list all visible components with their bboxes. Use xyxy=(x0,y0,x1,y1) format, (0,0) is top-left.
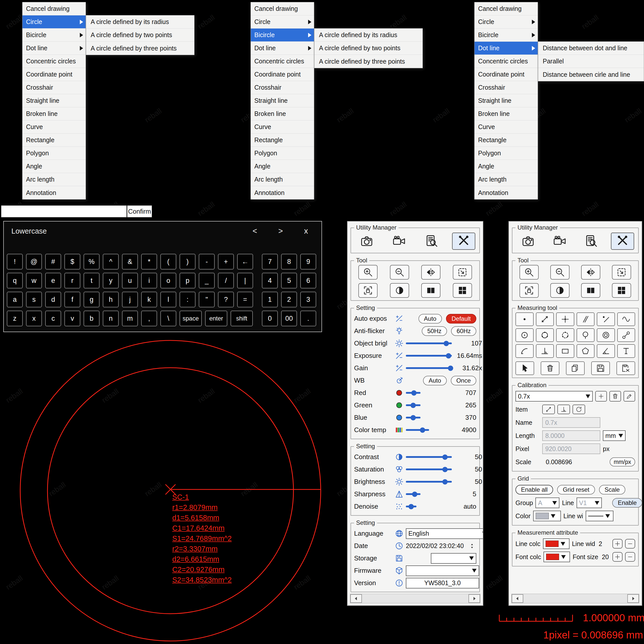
auto-expos-auto-button[interactable]: Auto xyxy=(418,314,442,324)
calibration-item-vertical-button[interactable] xyxy=(557,405,570,414)
key-k[interactable]: k xyxy=(141,292,157,307)
zoom-out-button[interactable] xyxy=(550,265,569,280)
key-a[interactable]: a xyxy=(7,292,23,307)
key-g[interactable]: g xyxy=(84,292,100,307)
key-sym[interactable]: . xyxy=(300,311,316,326)
menu-item-crosshair[interactable]: Crosshair xyxy=(251,81,314,94)
scroll-right-button[interactable] xyxy=(468,594,480,603)
split-4-button[interactable] xyxy=(612,283,631,298)
invert-button[interactable] xyxy=(550,283,569,298)
key-q[interactable]: q xyxy=(7,273,23,288)
key-s[interactable]: s xyxy=(26,292,42,307)
menu-item-broken-line[interactable]: Broken line xyxy=(22,107,86,120)
key-f[interactable]: f xyxy=(64,292,80,307)
anti-flicker-50hz-button[interactable]: 50Hz xyxy=(422,326,447,336)
menu-item-bicircle[interactable]: Bicircle xyxy=(22,29,86,42)
submenu-item-distance-between-dot-and-line[interactable]: Distance between dot and line xyxy=(538,42,644,55)
curve-button[interactable] xyxy=(617,312,635,326)
key-c[interactable]: c xyxy=(45,311,61,326)
menu-item-arc-length[interactable]: Arc length xyxy=(475,173,538,186)
key-e[interactable]: e xyxy=(45,273,61,288)
denoise-slider[interactable] xyxy=(406,506,416,507)
grid-reset-button[interactable]: Grid reset xyxy=(557,485,595,494)
calibration-name-input[interactable]: 0.7x xyxy=(542,417,600,428)
menu-item-crosshair[interactable]: Crosshair xyxy=(22,81,86,94)
key-0[interactable]: 0 xyxy=(262,311,278,326)
menu-item-concentric-circles[interactable]: Concentric circles xyxy=(22,55,86,68)
menu-item-curve[interactable]: Curve xyxy=(251,120,314,134)
video-button[interactable] xyxy=(387,233,411,250)
storage-select[interactable] xyxy=(431,553,476,564)
menu-item-polygon[interactable]: Polygon xyxy=(251,147,314,160)
menu-item-circle[interactable]: Circle xyxy=(22,15,86,29)
save-button[interactable] xyxy=(591,361,610,375)
tools-button[interactable] xyxy=(611,233,634,250)
camera-button[interactable] xyxy=(355,233,378,250)
menu-item-concentric-circles[interactable]: Concentric circles xyxy=(251,55,314,68)
report-button[interactable] xyxy=(579,233,603,250)
grid-linewidth-select[interactable] xyxy=(586,511,613,521)
menu-item-angle[interactable]: Angle xyxy=(22,160,86,173)
flip-horizontal-button[interactable] xyxy=(421,265,440,280)
wb-once-button[interactable]: Once xyxy=(451,376,476,385)
key-m[interactable]: m xyxy=(122,311,138,326)
slider-knob[interactable] xyxy=(446,353,451,358)
key-9[interactable]: 9 xyxy=(300,254,316,269)
menu-item-bicircle[interactable]: Bicircle xyxy=(475,29,538,42)
concentric-button[interactable] xyxy=(597,328,615,342)
zoom-in-button[interactable] xyxy=(519,265,539,280)
zoom-in-button[interactable] xyxy=(358,265,378,280)
menu-item-angle[interactable]: Angle xyxy=(251,160,314,173)
menu-item-circle[interactable]: Circle xyxy=(475,15,538,29)
submenu-item-a-circle-defined-by-three-points[interactable]: A circle defined by three points xyxy=(86,42,194,55)
key-z[interactable]: z xyxy=(7,311,23,326)
key-space[interactable]: space xyxy=(180,311,202,326)
menu-item-dot-line[interactable]: Dot line xyxy=(22,42,86,55)
key-r[interactable]: r xyxy=(64,273,80,288)
submenu-item-a-circle-defined-by-its-radius[interactable]: A circle defined by its radius xyxy=(86,15,194,29)
contrast-slider[interactable] xyxy=(406,456,452,458)
delete-calibration-button[interactable] xyxy=(609,391,621,402)
color-temp-slider[interactable] xyxy=(406,429,429,431)
circle-3pt-button[interactable] xyxy=(556,328,574,342)
key-8[interactable]: 8 xyxy=(281,254,297,269)
green-slider[interactable] xyxy=(406,404,420,406)
key-enter[interactable]: enter xyxy=(205,311,227,326)
key-sym[interactable]: + xyxy=(218,254,234,269)
calibration-pixel-input[interactable]: 920.0020 xyxy=(542,443,600,454)
red-slider[interactable] xyxy=(406,392,420,394)
gain-slider[interactable] xyxy=(406,367,452,369)
text-input[interactable] xyxy=(1,205,127,218)
key-t[interactable]: t xyxy=(84,273,100,288)
split-2-button[interactable] xyxy=(581,283,600,298)
menu-item-concentric-circles[interactable]: Concentric circles xyxy=(475,55,538,68)
key-sym[interactable]: = xyxy=(237,292,253,307)
wb-auto-button[interactable]: Auto xyxy=(423,376,447,385)
slider-knob[interactable] xyxy=(411,415,416,420)
point-button[interactable] xyxy=(515,312,534,326)
menu-item-curve[interactable]: Curve xyxy=(475,120,538,134)
tools-button[interactable] xyxy=(452,233,475,250)
grid-enable-all-button[interactable]: Enable all xyxy=(515,485,553,494)
menu-item-dot-line[interactable]: Dot line xyxy=(251,42,314,55)
keyboard-prev-button[interactable]: < xyxy=(253,227,257,236)
key-7[interactable]: 7 xyxy=(262,254,278,269)
edit-calibration-button[interactable] xyxy=(624,391,635,402)
menu-item-broken-line[interactable]: Broken line xyxy=(475,107,538,120)
key-h[interactable]: h xyxy=(103,292,119,307)
grid-group-select[interactable]: A xyxy=(535,498,559,508)
split-4-button[interactable] xyxy=(453,283,472,298)
slider-knob[interactable] xyxy=(442,467,448,472)
scale-unit-button[interactable]: mm/px xyxy=(610,457,635,466)
key-sym[interactable]: # xyxy=(45,254,61,269)
menu-item-straight-line[interactable]: Straight line xyxy=(251,94,314,107)
key-o[interactable]: o xyxy=(160,273,176,288)
menu-item-rectangle[interactable]: Rectangle xyxy=(22,134,86,147)
menu-item-bicircle[interactable]: Bicircle xyxy=(251,29,314,42)
key-sym[interactable]: " xyxy=(199,292,215,307)
sharpness-slider[interactable] xyxy=(406,493,420,495)
scroll-left-button[interactable] xyxy=(350,594,362,603)
menu-item-cancel-drawing[interactable]: Cancel drawing xyxy=(475,2,538,15)
key-sym[interactable]: & xyxy=(122,254,138,269)
circle-pts-button[interactable] xyxy=(536,328,554,342)
